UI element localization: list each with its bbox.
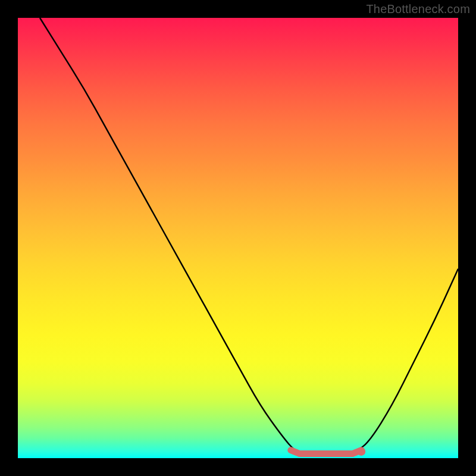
chart-plot-area — [18, 18, 458, 458]
chart-svg — [18, 18, 458, 458]
bottleneck-curve — [40, 18, 458, 456]
flat-region-highlight — [291, 450, 361, 454]
marker-point — [357, 447, 365, 456]
watermark-text: TheBottleneck.com — [366, 2, 470, 16]
